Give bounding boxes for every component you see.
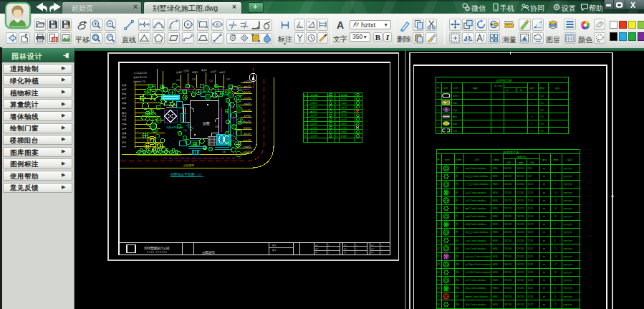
svg-text:全冠 土球: 全冠 土球	[563, 223, 572, 226]
svg-text:P14: P14	[456, 271, 459, 274]
svg-text:H420: H420	[493, 263, 498, 266]
svg-text:xx: xx	[381, 244, 383, 246]
svg-text:单位: 单位	[530, 87, 535, 90]
svg-text:规格: 规格	[473, 87, 477, 90]
svg-text:银杏: 银杏	[121, 97, 127, 100]
svg-text:迎春XX: 迎春XX	[244, 120, 251, 123]
svg-text:19-21: 19-21	[528, 255, 534, 258]
svg-text:235-285: 235-285	[504, 223, 512, 226]
svg-text:月季: 月季	[122, 128, 127, 130]
svg-text:H390: H390	[493, 239, 498, 242]
svg-text:南天竹 Cedrus deodara: 南天竹 Cedrus deodara	[466, 295, 489, 298]
svg-text:2.80: 2.80	[226, 78, 231, 81]
svg-text:18-20: 18-20	[528, 247, 534, 250]
svg-text:11-13: 11-13	[528, 191, 533, 194]
svg-text:10-12: 10-12	[528, 183, 534, 186]
svg-text:H350: H350	[493, 207, 498, 210]
svg-text:1: 1	[438, 167, 439, 170]
svg-text:株: 株	[542, 239, 545, 242]
svg-text:图号: 图号	[272, 249, 277, 252]
svg-text:10: 10	[438, 239, 441, 242]
svg-text:16: 16	[438, 287, 441, 290]
svg-text:桂花X: 桂花X	[340, 127, 347, 130]
svg-text:石楠XX: 石楠XX	[309, 118, 317, 121]
svg-text:P12: P12	[456, 255, 459, 258]
svg-text:22-24: 22-24	[528, 279, 534, 282]
svg-text:石楠: 石楠	[122, 118, 127, 121]
svg-text:2: 2	[335, 98, 337, 100]
svg-text:高度: 高度	[506, 161, 511, 164]
svg-text:金叶女贞 Cedrus deodara: 金叶女贞 Cedrus deodara	[466, 255, 491, 258]
svg-text:245-295: 245-295	[504, 239, 512, 242]
svg-text:110-160: 110-160	[516, 183, 524, 186]
svg-text:女贞XX: 女贞XX	[244, 97, 251, 100]
svg-text:全冠 土球: 全冠 土球	[563, 271, 572, 274]
svg-text:红枫X: 红枫X	[340, 130, 347, 133]
svg-text:黄杨X: 黄杨X	[341, 114, 347, 117]
svg-text:香樟 Cedrus deodara: 香樟 Cedrus deodara	[466, 191, 486, 194]
svg-text:竹子XX: 竹子XX	[244, 139, 251, 142]
svg-text:6: 6	[438, 130, 439, 133]
svg-text:9: 9	[438, 231, 439, 234]
svg-text:1: 1	[438, 95, 439, 98]
svg-text:13: 13	[554, 199, 557, 202]
svg-text:6: 6	[335, 114, 337, 117]
svg-text:红枫 Cedrus deodara: 红枫 Cedrus deodara	[465, 215, 486, 218]
svg-text:P5: P5	[456, 199, 458, 202]
svg-text:宽: 宽	[520, 89, 522, 92]
svg-text:全冠 土球: 全冠 土球	[563, 215, 572, 218]
svg-text:设计: 设计	[315, 247, 319, 250]
svg-text:株: 株	[542, 183, 545, 186]
svg-text:P6: P6	[456, 207, 458, 210]
svg-text:160-210: 160-210	[516, 263, 524, 266]
svg-text:150-200: 150-200	[516, 247, 524, 250]
svg-text:株: 株	[542, 167, 545, 170]
svg-text:黄杨XX: 黄杨XX	[310, 130, 317, 133]
svg-text:12: 12	[554, 303, 557, 306]
svg-text:9: 9	[335, 127, 337, 130]
svg-text:玉兰X: 玉兰X	[341, 98, 347, 100]
svg-text:月季X: 月季X	[341, 110, 347, 113]
svg-text:广玉兰 Cedrus deodara: 广玉兰 Cedrus deodara	[466, 183, 489, 186]
svg-text:备注: 备注	[555, 87, 559, 90]
svg-text:围墙: 围墙	[453, 115, 457, 118]
svg-text:11: 11	[304, 135, 307, 138]
svg-text:竹子: 竹子	[122, 146, 127, 148]
svg-text:红枫: 红枫	[122, 84, 127, 87]
svg-text:11: 11	[438, 247, 440, 250]
svg-text:株: 株	[542, 247, 545, 250]
svg-text:P11: P11	[456, 247, 459, 250]
svg-text:P10: P10	[456, 239, 459, 242]
svg-text:汀步: 汀步	[183, 129, 187, 132]
svg-text:雪松XX: 雪松XX	[244, 85, 251, 88]
svg-text:2.40: 2.40	[188, 153, 192, 156]
svg-text:全冠 土球: 全冠 土球	[563, 303, 572, 306]
svg-text:全冠 土球: 全冠 土球	[563, 167, 572, 170]
svg-text:260-310: 260-310	[504, 263, 512, 266]
svg-text:115-165: 115-165	[516, 191, 524, 194]
svg-text:冠幅: 冠幅	[519, 161, 523, 164]
svg-text:14: 14	[438, 271, 441, 274]
svg-text:P1: P1	[456, 167, 458, 170]
svg-text:桂花XX: 桂花XX	[309, 98, 317, 100]
svg-text:5: 5	[438, 199, 439, 202]
svg-text:8: 8	[438, 223, 439, 226]
svg-text:25-27: 25-27	[528, 303, 534, 306]
svg-text:8-10: 8-10	[528, 167, 532, 170]
svg-text:165-215: 165-215	[516, 271, 524, 274]
svg-text:株: 株	[542, 207, 545, 210]
svg-text:P17: P17	[456, 295, 459, 298]
svg-text:H430: H430	[493, 271, 498, 274]
svg-text:月季 Cedrus deodara: 月季 Cedrus deodara	[466, 279, 486, 282]
svg-text:尺寸(m): 尺寸(m)	[494, 85, 502, 87]
svg-text:个: 个	[531, 95, 533, 98]
svg-text:规格: 规格	[494, 158, 499, 161]
svg-text:3: 3	[438, 109, 439, 112]
svg-text:175-225: 175-225	[516, 287, 524, 290]
svg-text:个: 个	[531, 123, 533, 125]
svg-text:5: 5	[335, 110, 337, 113]
svg-text:155-205: 155-205	[516, 255, 524, 258]
svg-text:230-280: 230-280	[504, 215, 512, 218]
svg-text:14-16: 14-16	[528, 215, 534, 218]
svg-text:紫玉兰 Cedrus deodara: 紫玉兰 Cedrus deodara	[466, 231, 489, 234]
